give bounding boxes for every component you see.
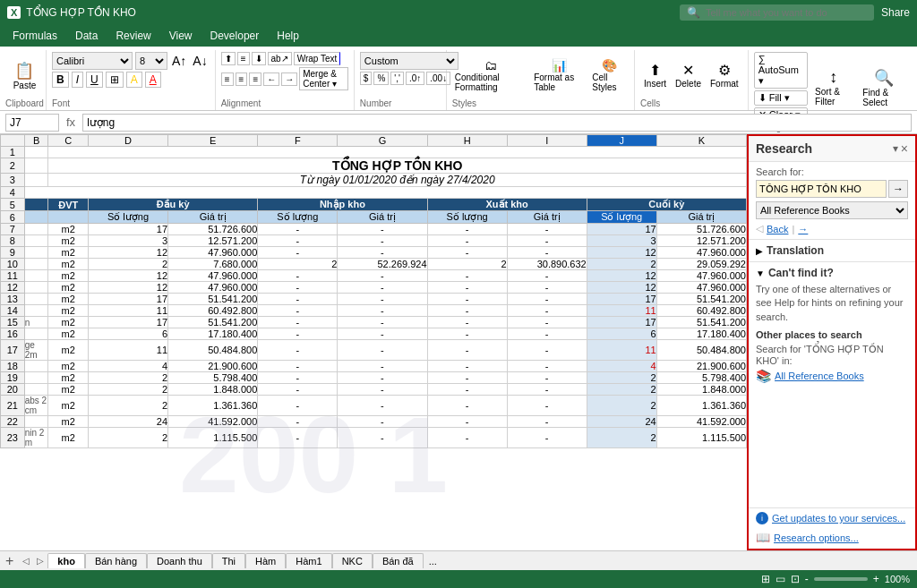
research-go-button[interactable]: → bbox=[888, 180, 908, 198]
menubar-item-help[interactable]: Help bbox=[268, 28, 308, 44]
research-source-select[interactable]: All Reference Books bbox=[756, 201, 908, 219]
font-family-select[interactable]: Calibri bbox=[52, 52, 133, 70]
row-header[interactable]: 21 bbox=[1, 396, 25, 416]
row-header[interactable]: 1 bbox=[1, 147, 25, 158]
orientation-button[interactable]: ab↗ bbox=[268, 52, 292, 65]
get-updates-link[interactable]: Get updates to your services... bbox=[772, 513, 905, 524]
col-header-h[interactable]: H bbox=[427, 135, 507, 147]
row-header[interactable]: 6 bbox=[1, 211, 25, 224]
underline-button[interactable]: U bbox=[86, 72, 103, 88]
research-dropdown-button[interactable]: ▾ bbox=[893, 142, 898, 155]
row-header[interactable]: 23 bbox=[1, 428, 25, 448]
conditional-formatting-button[interactable]: 🗂 Conditional Formatting bbox=[452, 56, 529, 94]
menubar-item-data[interactable]: Data bbox=[66, 28, 107, 44]
row-header[interactable]: 18 bbox=[1, 361, 25, 372]
row-header[interactable]: 2 bbox=[1, 158, 25, 174]
menubar-item-formulas[interactable]: Formulas bbox=[4, 28, 66, 44]
autosum-button[interactable]: ∑ AutoSum ▾ bbox=[754, 52, 808, 89]
row-header[interactable]: 14 bbox=[1, 305, 25, 317]
tab-thi[interactable]: Thi bbox=[212, 553, 245, 568]
col-header-d[interactable]: D bbox=[88, 135, 167, 147]
zoom-out-button[interactable]: - bbox=[805, 573, 809, 585]
row-header[interactable]: 20 bbox=[1, 384, 25, 396]
scroll-right-button[interactable]: ▷ bbox=[33, 554, 47, 567]
translation-label[interactable]: Translation bbox=[767, 244, 824, 257]
increase-decimal-button[interactable]: .0↑ bbox=[406, 72, 424, 85]
row-header[interactable]: 17 bbox=[1, 340, 25, 361]
cell-styles-button[interactable]: 🎨 Cell Styles bbox=[589, 56, 629, 94]
number-format-select[interactable]: Custom bbox=[360, 52, 458, 70]
share-button[interactable]: Share bbox=[881, 6, 910, 19]
menubar-item-developer[interactable]: Developer bbox=[201, 28, 269, 44]
tab-ban-hang[interactable]: Bán hàng bbox=[85, 553, 147, 568]
merge-center-button[interactable]: Merge & Center ▾ bbox=[299, 67, 348, 90]
zoom-slider[interactable] bbox=[814, 577, 868, 581]
align-right-button[interactable]: ≡ bbox=[249, 72, 261, 86]
row-header[interactable]: 22 bbox=[1, 416, 25, 428]
formula-input[interactable] bbox=[82, 114, 912, 132]
percent-button[interactable]: % bbox=[373, 72, 389, 85]
back-button[interactable]: Back bbox=[767, 224, 788, 234]
cant-find-label[interactable]: Can't find it? bbox=[768, 267, 834, 279]
italic-button[interactable]: I bbox=[72, 72, 83, 88]
row-header[interactable]: 13 bbox=[1, 294, 25, 305]
wrap-text-button[interactable]: Wrap Text bbox=[294, 52, 341, 65]
col-header-i[interactable]: I bbox=[507, 135, 587, 147]
tab-doanh-thu[interactable]: Doanh thu bbox=[147, 553, 212, 568]
research-options-link[interactable]: Research options... bbox=[774, 533, 859, 543]
row-header[interactable]: 12 bbox=[1, 282, 25, 294]
paste-button[interactable]: 📋 Paste bbox=[10, 59, 40, 92]
name-box[interactable] bbox=[5, 114, 59, 132]
col-header-e[interactable]: E bbox=[168, 135, 258, 147]
align-bottom-button[interactable]: ⬇ bbox=[252, 52, 266, 65]
format-button[interactable]: ⚙Format bbox=[707, 60, 742, 90]
row-header[interactable]: 4 bbox=[1, 187, 25, 199]
row-header[interactable]: 11 bbox=[1, 270, 25, 282]
format-as-table-button[interactable]: 📊 Format as Table bbox=[531, 56, 587, 94]
indent-increase-button[interactable]: → bbox=[281, 72, 297, 86]
fill-color-button[interactable]: A bbox=[126, 72, 142, 88]
align-center-button[interactable]: ≡ bbox=[236, 72, 248, 86]
tab-nkc[interactable]: NKC bbox=[332, 553, 373, 568]
research-close-button[interactable]: × bbox=[901, 141, 908, 156]
col-header-k[interactable]: K bbox=[656, 135, 746, 147]
sort-filter-button[interactable]: ↕Sort & Filter bbox=[811, 66, 855, 108]
tab-kho[interactable]: kho bbox=[47, 553, 85, 568]
font-size-select[interactable]: 8 bbox=[135, 52, 167, 70]
decrease-font-button[interactable]: A↓ bbox=[191, 54, 209, 68]
forward-button[interactable]: → bbox=[798, 224, 808, 234]
row-header[interactable]: 10 bbox=[1, 259, 25, 270]
align-middle-button[interactable]: ≡ bbox=[237, 52, 250, 65]
indent-decrease-button[interactable]: ← bbox=[263, 72, 279, 86]
row-header[interactable]: 7 bbox=[1, 224, 25, 235]
border-button[interactable]: ⊞ bbox=[106, 72, 124, 88]
normal-view-button[interactable]: ⊞ bbox=[761, 573, 770, 585]
bold-button[interactable]: B bbox=[52, 72, 69, 88]
research-search-input[interactable] bbox=[756, 180, 887, 198]
page-layout-button[interactable]: ▭ bbox=[776, 573, 785, 585]
increase-font-button[interactable]: A↑ bbox=[170, 54, 188, 68]
row-header[interactable]: 9 bbox=[1, 247, 25, 259]
col-header-b[interactable]: B bbox=[24, 135, 48, 147]
row-header[interactable]: 15 bbox=[1, 317, 25, 328]
col-header-g[interactable]: G bbox=[338, 135, 427, 147]
page-break-button[interactable]: ⊡ bbox=[791, 573, 800, 585]
col-header-j[interactable]: J bbox=[587, 135, 656, 147]
find-select-button[interactable]: 🔍Find & Select bbox=[859, 66, 908, 109]
menubar-item-view[interactable]: View bbox=[160, 28, 201, 44]
row-header[interactable]: 3 bbox=[1, 174, 25, 187]
scroll-left-button[interactable]: ◁ bbox=[19, 554, 33, 567]
menubar-item-review[interactable]: Review bbox=[107, 28, 159, 44]
col-header-c[interactable]: C bbox=[48, 135, 89, 147]
tab-ban-da[interactable]: Bán đã bbox=[373, 553, 424, 568]
tab-ham[interactable]: Hàm bbox=[245, 553, 286, 568]
more-tabs-button[interactable]: ... bbox=[424, 554, 442, 568]
fill-button[interactable]: ⬇ Fill ▾ bbox=[754, 90, 808, 106]
tell-me-input[interactable] bbox=[706, 7, 867, 18]
row-header[interactable]: 19 bbox=[1, 372, 25, 384]
col-header-f[interactable]: F bbox=[258, 135, 338, 147]
font-color-button[interactable]: A bbox=[145, 72, 161, 88]
cell-b1[interactable] bbox=[24, 147, 48, 158]
all-ref-books-link[interactable]: All Reference Books bbox=[775, 371, 864, 381]
new-sheet-button[interactable]: + bbox=[0, 551, 19, 571]
